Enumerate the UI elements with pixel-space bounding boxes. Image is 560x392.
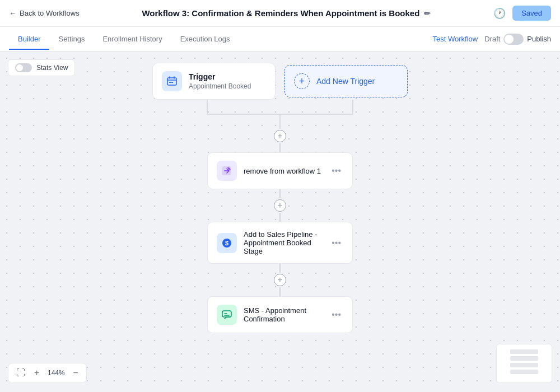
add-trigger-plus-icon: +	[294, 73, 310, 89]
zoom-in-button[interactable]: +	[32, 367, 41, 379]
draft-label: Draft	[484, 35, 500, 43]
workflow-canvas: Stats View Trigger Appointment	[0, 52, 560, 392]
sales-pipeline-node[interactable]: $ Add to Sales Pipeline - Appointment Bo…	[207, 222, 353, 264]
sms-icon	[221, 309, 232, 320]
workflow-flow: Trigger Appointment Booked + Add New Tri…	[146, 63, 414, 333]
tab-settings[interactable]: Settings	[49, 29, 94, 50]
trigger-subtitle: Appointment Booked	[189, 82, 251, 90]
add-trigger-card[interactable]: + Add New Trigger	[284, 65, 408, 97]
remove-workflow-menu-button[interactable]: •••	[329, 165, 343, 177]
connector-1: +	[274, 129, 286, 143]
tabs-bar: Builder Settings Enrollment History Exec…	[0, 27, 560, 52]
expand-button[interactable]: ⛶	[14, 367, 27, 379]
saved-button[interactable]: Saved	[512, 6, 551, 21]
trigger-row: Trigger Appointment Booked + Add New Tri…	[152, 63, 408, 100]
history-icon[interactable]: 🕐	[493, 7, 506, 20]
svg-rect-2	[171, 82, 173, 83]
test-workflow-button[interactable]: Test Workflow	[433, 35, 478, 43]
add-trigger-label: Add New Trigger	[316, 77, 375, 86]
stats-view-label: Stats View	[36, 64, 68, 72]
tab-enrollment-history[interactable]: Enrollment History	[94, 29, 171, 50]
connector-2: +	[274, 198, 286, 213]
minimap-rect-2	[510, 356, 538, 361]
tab-group: Builder Settings Enrollment History Exec…	[9, 29, 431, 49]
line-4	[279, 264, 281, 273]
trigger-title: Trigger	[189, 72, 251, 81]
add-step-3-button[interactable]: +	[274, 274, 286, 286]
stats-view-toggle[interactable]: Stats View	[8, 59, 75, 76]
draft-publish-toggle[interactable]	[503, 34, 524, 45]
header-right: 🕐 Saved	[493, 6, 551, 21]
tab-builder[interactable]: Builder	[9, 29, 49, 50]
trigger-text: Trigger Appointment Booked	[189, 72, 251, 90]
stats-knob	[16, 64, 23, 71]
stats-toggle-switch[interactable]	[15, 63, 32, 72]
edit-title-icon[interactable]: ✏	[424, 9, 431, 18]
zoom-level: 144%	[46, 369, 66, 377]
back-to-workflows-button[interactable]: ← Back to Workflows	[9, 9, 80, 17]
minimap-rect-3	[510, 363, 538, 367]
line-3	[279, 213, 281, 222]
line-1	[279, 143, 281, 152]
sms-confirmation-node[interactable]: SMS - Appointment Confirmation •••	[207, 296, 353, 333]
tab-right-controls: Test Workflow Draft Publish	[433, 34, 551, 45]
sales-pipeline-text: Add to Sales Pipeline - Appointment Book…	[244, 230, 323, 255]
remove-workflow-node[interactable]: remove from workflow 1 •••	[207, 152, 353, 189]
line-2	[279, 189, 281, 198]
toggle-knob	[505, 35, 514, 44]
sales-pipeline-title: Add to Sales Pipeline - Appointment Book…	[244, 230, 323, 255]
add-step-2-button[interactable]: +	[274, 199, 286, 212]
connector-3: +	[274, 273, 286, 287]
line-5	[279, 287, 281, 296]
tab-execution-logs[interactable]: Execution Logs	[171, 29, 239, 50]
calendar-icon	[166, 76, 178, 87]
remove-workflow-icon	[221, 165, 232, 176]
minimap-rect-4	[510, 370, 538, 374]
svg-rect-0	[167, 78, 176, 85]
minimap-content	[507, 349, 541, 377]
sms-title: SMS - Appointment Confirmation	[244, 306, 323, 323]
remove-workflow-text: remove from workflow 1	[244, 167, 323, 175]
header-title: Workflow 3: Confirmation & Reminders Whe…	[86, 8, 487, 18]
sms-text: SMS - Appointment Confirmation	[244, 306, 323, 323]
merge-connector	[146, 100, 414, 129]
draft-toggle-group: Draft Publish	[484, 34, 551, 45]
sms-menu-button[interactable]: •••	[329, 309, 343, 321]
merge-svg	[146, 100, 414, 129]
workflow-title-text: Workflow 3: Confirmation & Reminders Whe…	[142, 8, 419, 18]
back-arrow-icon: ←	[9, 9, 16, 17]
sales-pipeline-menu-button[interactable]: •••	[329, 237, 343, 249]
header: ← Back to Workflows Workflow 3: Confirma…	[0, 0, 560, 27]
minimap-rect-1	[510, 349, 538, 354]
publish-label: Publish	[527, 35, 551, 43]
back-label: Back to Workflows	[20, 9, 80, 17]
remove-workflow-title: remove from workflow 1	[244, 167, 323, 175]
dollar-icon: $	[221, 237, 232, 249]
svg-text:$: $	[225, 240, 228, 246]
sales-pipeline-icon-wrap: $	[217, 233, 237, 253]
trigger-card[interactable]: Trigger Appointment Booked	[152, 63, 276, 100]
trigger-icon-wrap	[162, 71, 182, 91]
zoom-out-button[interactable]: −	[71, 367, 80, 379]
add-step-1-button[interactable]: +	[274, 130, 286, 142]
sms-icon-wrap	[217, 305, 237, 325]
minimap	[496, 344, 552, 383]
remove-workflow-icon-wrap	[217, 161, 237, 181]
zoom-toolbar: ⛶ + 144% −	[8, 363, 87, 383]
svg-rect-1	[169, 82, 171, 83]
